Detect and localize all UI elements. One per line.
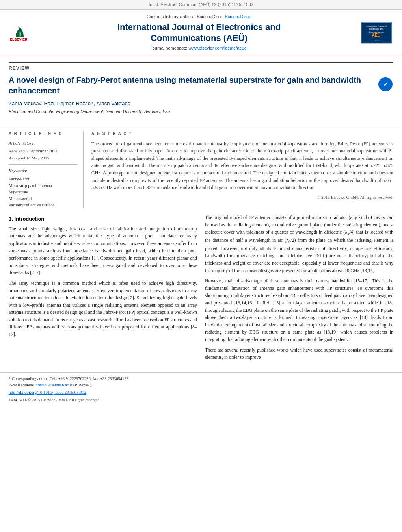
keyword-2: Microstrip patch antenna [9,182,78,189]
footnote-text: * Corresponding author. Tel.: +98 912229… [9,376,393,382]
page-wrapper: Int. J. Electron. Commun. (AEÜ) 69 (2015… [0,0,402,406]
history-label: Article history: [9,140,78,146]
authors: Zahra Mousavi Razi, Pejman Rezaei*, Aras… [9,100,393,108]
article-section: REVIEW A novel design of Fabry-Perot ant… [0,56,402,120]
body-left-column: 1. Introduction The small size, light we… [9,214,197,364]
svg-text:ELSEVIER: ELSEVIER [372,40,381,42]
svg-text:✓: ✓ [383,81,388,88]
svg-text:ELSEVIER: ELSEVIER [10,37,28,41]
accepted-date: Accepted 14 May 2015 [9,155,78,161]
journal-homepage: journal homepage: www.elsevier.com/locat… [43,45,355,52]
svg-text:Electronics and: Electronics and [369,28,383,30]
footer-rights: 1434-8411/© 2015 Elsevier GmbH. All righ… [9,397,393,403]
journal-center: Contents lists available at ScienceDirec… [43,14,355,52]
keywords-label: Keywords: [9,168,78,174]
intro-para-2: The array technique is a common method w… [9,280,197,338]
journal-logo-box: International Journal of Electronics and… [359,21,394,44]
intro-para-1: The small size, light weight, low cost, … [9,225,197,276]
keywords-list: Fabry-Perot Microstrip patch antenna Sup… [9,176,78,208]
journal-header: ELSEVIER Contents lists available at Sci… [0,10,402,56]
journal-citation: Int. J. Electron. Commun. (AEÜ) 69 (2015… [149,2,253,7]
article-info-heading: A R T I C L E I N F O [9,131,78,137]
author-email-link[interactable]: prezaei@semnan.ac.ir [35,383,73,387]
homepage-link[interactable]: www.elsevier.com/locate/aeue [188,46,246,50]
review-label: REVIEW [9,62,393,72]
sciencedirect-anchor[interactable]: ScienceDirect [225,14,251,19]
article-info-column: A R T I C L E I N F O Article history: R… [9,131,84,208]
keyword-5: Partially reflective surface [9,202,78,208]
footer-area: * Corresponding author. Tel.: +98 912229… [0,372,402,406]
article-info-abstract: A R T I C L E I N F O Article history: R… [0,126,402,208]
abstract-column: A B S T R A C T The procedure of gain en… [91,131,393,208]
right-para-2: However, main disadvantage of these ante… [205,277,393,343]
divider [9,164,78,165]
elsevier-logo: ELSEVIER [8,22,39,44]
doi-link[interactable]: http://dx.doi.org/10.1016/j.aeue.2015.05… [9,389,393,396]
keyword-4: Metamaterial [9,195,78,202]
abstract-heading: A B S T R A C T [91,131,393,137]
svg-text:International Journal of: International Journal of [366,25,387,27]
sciencedirect-link: Contents lists available at ScienceDirec… [43,14,355,20]
article-title-row: A novel design of Fabry-Perot antenna us… [9,75,393,96]
crossmark-icon[interactable]: ✓ [378,76,393,92]
intro-heading: 1. Introduction [9,215,197,223]
right-para-3: There are several recently published wor… [205,347,393,361]
journal-title: International Journal of Electronics and… [43,22,355,44]
email-line: E-mail address: prezaei@semnan.ac.ir (P.… [9,382,393,388]
right-para-1: The original model of FP antenna consist… [205,214,393,274]
received-date: Received 5 September 2014 [9,148,78,154]
top-bar: Int. J. Electron. Commun. (AEÜ) 69 (2015… [0,0,402,10]
abstract-text: The procedure of gain enhancement for a … [91,140,393,191]
svg-text:Communications: Communications [368,31,384,33]
article-title: A novel design of Fabry-Perot antenna us… [9,75,374,96]
copyright: © 2015 Elsevier GmbH. All rights reserve… [91,195,393,201]
affiliation: Electrical and Computer Engineering Depa… [9,109,393,115]
keyword-1: Fabry-Perot [9,176,78,182]
keyword-3: Superstrate [9,189,78,195]
body-right-column: The original model of FP antenna consist… [205,214,393,364]
svg-text:AEÜ: AEÜ [372,33,381,37]
body-section: 1. Introduction The small size, light we… [0,208,402,370]
